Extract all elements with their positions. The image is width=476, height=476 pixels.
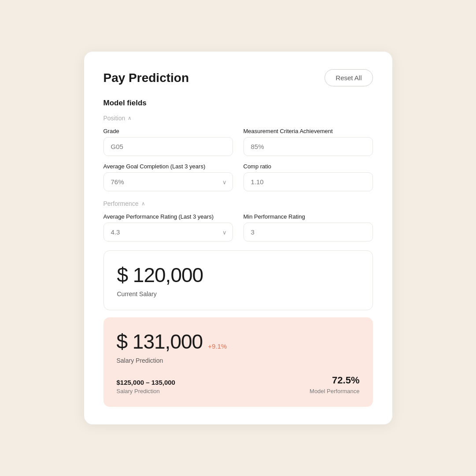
model-performance-label: Model Performance: [310, 388, 359, 394]
avg-performance-rating-field-group: Average Performance Rating (Last 3 years…: [103, 213, 233, 242]
prediction-footer: $125,000 – 135,000 Salary Prediction 72.…: [117, 375, 360, 394]
prediction-amount: $ 131,000: [117, 330, 203, 353]
prediction-range-label: Salary Prediction: [117, 388, 175, 394]
measurement-criteria-field-group: Measurement Criteria Achievement: [244, 128, 373, 156]
model-performance-value: 72.5%: [310, 375, 359, 386]
avg-goal-completion-field-group: Average Goal Completion (Last 3 years) 7…: [103, 163, 233, 191]
comp-ratio-input[interactable]: [244, 172, 373, 191]
position-fields-grid: Grade Measurement Criteria Achievement A…: [103, 128, 373, 191]
avg-goal-completion-label: Average Goal Completion (Last 3 years): [103, 163, 233, 170]
measurement-criteria-label: Measurement Criteria Achievement: [244, 128, 373, 134]
model-fields-section: Model fields Position ∧ Grade Measuremen…: [103, 99, 373, 242]
performance-fields-grid: Average Performance Rating (Last 3 years…: [103, 213, 373, 242]
prediction-label: Salary Prediction: [117, 357, 360, 364]
prediction-range-value: $125,000 – 135,000: [117, 379, 175, 386]
main-card: Pay Prediction Reset All Model fields Po…: [84, 52, 392, 424]
comp-ratio-field-group: Comp ratio: [244, 163, 373, 191]
reset-all-button[interactable]: Reset All: [325, 69, 373, 86]
prediction-amount-row: $ 131,000 +9.1%: [117, 330, 360, 353]
performance-label: Performence: [103, 200, 139, 207]
position-label: Position: [103, 115, 125, 122]
model-fields-title: Model fields: [103, 99, 373, 108]
avg-performance-rating-select[interactable]: 4.3: [103, 223, 233, 242]
current-salary-label: Current Salary: [117, 290, 359, 298]
measurement-criteria-input[interactable]: [244, 137, 373, 156]
avg-performance-rating-select-wrapper: 4.3 ∨: [103, 223, 233, 242]
performance-subsection-header: Performence ∧: [103, 200, 373, 207]
grade-input[interactable]: [103, 137, 233, 156]
prediction-range-group: $125,000 – 135,000 Salary Prediction: [117, 379, 175, 394]
current-salary-box: $ 120,000 Current Salary: [103, 250, 373, 310]
grade-label: Grade: [103, 128, 233, 134]
current-salary-amount: $ 120,000: [117, 263, 359, 287]
performance-chevron-icon: ∧: [141, 201, 145, 207]
salary-prediction-box: $ 131,000 +9.1% Salary Prediction $125,0…: [103, 317, 373, 407]
min-performance-rating-input[interactable]: [244, 223, 373, 242]
card-header: Pay Prediction Reset All: [103, 69, 373, 86]
position-subsection-header: Position ∧: [103, 115, 373, 122]
position-chevron-icon: ∧: [128, 115, 132, 121]
grade-field-group: Grade: [103, 128, 233, 156]
page-title: Pay Prediction: [103, 71, 189, 85]
prediction-change-badge: +9.1%: [208, 342, 227, 350]
avg-performance-rating-label: Average Performance Rating (Last 3 years…: [103, 213, 233, 220]
min-performance-rating-field-group: Min Performance Rating: [244, 213, 373, 242]
avg-goal-completion-select[interactable]: 76%: [103, 172, 233, 191]
min-performance-rating-label: Min Performance Rating: [244, 213, 373, 220]
comp-ratio-label: Comp ratio: [244, 163, 373, 170]
model-performance-group: 72.5% Model Performance: [310, 375, 359, 394]
avg-goal-completion-select-wrapper: 76% ∨: [103, 172, 233, 191]
